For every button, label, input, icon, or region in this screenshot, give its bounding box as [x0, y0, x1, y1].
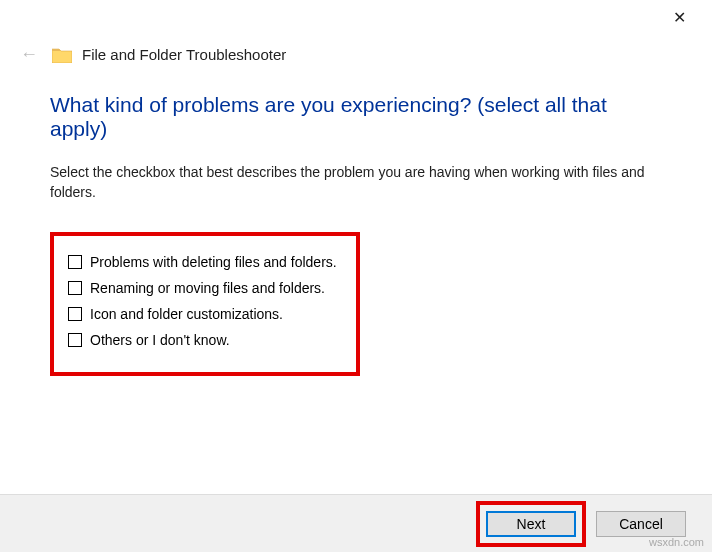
wizard-header: ← File and Folder Troubleshooter [0, 34, 712, 93]
back-arrow-icon: ← [20, 44, 38, 65]
next-highlight-box: Next [476, 501, 586, 547]
wizard-title: File and Folder Troubleshooter [82, 46, 286, 63]
watermark: wsxdn.com [649, 536, 704, 548]
checkbox-icon[interactable] [68, 307, 82, 321]
page-heading: What kind of problems are you experienci… [50, 93, 662, 141]
content-area: What kind of problems are you experienci… [0, 93, 712, 376]
titlebar: ✕ [0, 0, 712, 34]
checkbox-icon[interactable] [68, 255, 82, 269]
option-renaming[interactable]: Renaming or moving files and folders. [68, 280, 342, 296]
cancel-button[interactable]: Cancel [596, 511, 686, 537]
options-highlight-box: Problems with deleting files and folders… [50, 232, 360, 376]
option-label: Icon and folder customizations. [90, 306, 283, 322]
option-others[interactable]: Others or I don't know. [68, 332, 342, 348]
folder-icon [52, 47, 72, 63]
footer-bar: Next Cancel [0, 494, 712, 552]
option-label: Renaming or moving files and folders. [90, 280, 325, 296]
option-label: Problems with deleting files and folders… [90, 254, 337, 270]
checkbox-icon[interactable] [68, 281, 82, 295]
next-button[interactable]: Next [486, 511, 576, 537]
checkbox-icon[interactable] [68, 333, 82, 347]
option-deleting[interactable]: Problems with deleting files and folders… [68, 254, 342, 270]
option-label: Others or I don't know. [90, 332, 230, 348]
close-icon[interactable]: ✕ [665, 4, 694, 31]
option-icon-customizations[interactable]: Icon and folder customizations. [68, 306, 342, 322]
page-subtext: Select the checkbox that best describes … [50, 163, 662, 202]
